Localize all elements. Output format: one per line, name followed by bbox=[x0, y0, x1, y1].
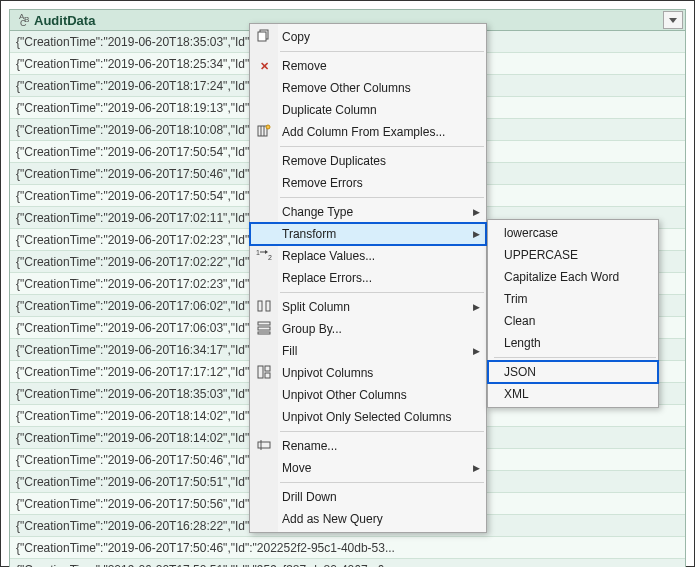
data-row[interactable]: {"CreationTime":"2019-06-20T17:50:46","I… bbox=[10, 537, 685, 559]
column-filter-dropdown[interactable] bbox=[663, 11, 683, 29]
data-row[interactable]: {"CreationTime":"2019-06-20T17:50:51","I… bbox=[10, 559, 685, 567]
menu-group-by[interactable]: Group By... bbox=[250, 318, 486, 340]
menu-label: Transform bbox=[282, 227, 336, 241]
submenu-arrow-icon: ▶ bbox=[473, 346, 480, 356]
menu-label: Rename... bbox=[282, 439, 337, 453]
menu-move[interactable]: Move ▶ bbox=[250, 457, 486, 479]
menu-rename[interactable]: Rename... bbox=[250, 435, 486, 457]
svg-text:1: 1 bbox=[256, 249, 260, 256]
submenu-arrow-icon: ▶ bbox=[473, 463, 480, 473]
submenu-arrow-icon: ▶ bbox=[473, 229, 480, 239]
rename-icon bbox=[254, 438, 274, 454]
menu-label: Replace Errors... bbox=[282, 271, 372, 285]
add-column-icon bbox=[254, 124, 274, 140]
menu-unpivot-selected-columns[interactable]: Unpivot Only Selected Columns bbox=[250, 406, 486, 428]
svg-rect-11 bbox=[266, 301, 270, 311]
submenu-trim[interactable]: Trim bbox=[488, 288, 658, 310]
menu-label: Capitalize Each Word bbox=[504, 270, 619, 284]
remove-icon: ✕ bbox=[254, 60, 274, 73]
menu-replace-errors[interactable]: Replace Errors... bbox=[250, 267, 486, 289]
submenu-xml[interactable]: XML bbox=[488, 383, 658, 405]
menu-label: Split Column bbox=[282, 300, 350, 314]
svg-rect-14 bbox=[258, 332, 270, 334]
menu-add-as-new-query[interactable]: Add as New Query bbox=[250, 508, 486, 530]
menu-label: Group By... bbox=[282, 322, 342, 336]
menu-label: Duplicate Column bbox=[282, 103, 377, 117]
menu-label: Unpivot Other Columns bbox=[282, 388, 407, 402]
menu-label: Trim bbox=[504, 292, 528, 306]
svg-rect-13 bbox=[258, 327, 270, 330]
menu-transform[interactable]: Transform ▶ bbox=[250, 223, 486, 245]
submenu-arrow-icon: ▶ bbox=[473, 302, 480, 312]
menu-label: Length bbox=[504, 336, 541, 350]
context-menu: Copy ✕ Remove Remove Other Columns Dupli… bbox=[249, 23, 487, 533]
menu-label: XML bbox=[504, 387, 529, 401]
svg-rect-2 bbox=[258, 32, 266, 41]
data-type-icon[interactable]: A B C bbox=[10, 10, 32, 30]
transform-submenu: lowercase UPPERCASE Capitalize Each Word… bbox=[487, 219, 659, 408]
unpivot-icon bbox=[254, 365, 274, 381]
menu-label: Add Column From Examples... bbox=[282, 125, 445, 139]
menu-copy[interactable]: Copy bbox=[250, 26, 486, 48]
submenu-capitalize-each-word[interactable]: Capitalize Each Word bbox=[488, 266, 658, 288]
menu-change-type[interactable]: Change Type ▶ bbox=[250, 201, 486, 223]
menu-label: Replace Values... bbox=[282, 249, 375, 263]
submenu-uppercase[interactable]: UPPERCASE bbox=[488, 244, 658, 266]
menu-split-column[interactable]: Split Column ▶ bbox=[250, 296, 486, 318]
svg-text:2: 2 bbox=[268, 254, 272, 261]
menu-unpivot-columns[interactable]: Unpivot Columns bbox=[250, 362, 486, 384]
menu-duplicate-column[interactable]: Duplicate Column bbox=[250, 99, 486, 121]
menu-unpivot-other-columns[interactable]: Unpivot Other Columns bbox=[250, 384, 486, 406]
submenu-clean[interactable]: Clean bbox=[488, 310, 658, 332]
submenu-arrow-icon: ▶ bbox=[473, 207, 480, 217]
submenu-json[interactable]: JSON bbox=[488, 361, 658, 383]
menu-label: UPPERCASE bbox=[504, 248, 578, 262]
menu-drill-down[interactable]: Drill Down bbox=[250, 486, 486, 508]
svg-rect-10 bbox=[258, 301, 262, 311]
menu-label: Add as New Query bbox=[282, 512, 383, 526]
menu-label: lowercase bbox=[504, 226, 558, 240]
svg-rect-17 bbox=[265, 373, 270, 378]
svg-rect-16 bbox=[265, 366, 270, 371]
replace-values-icon: 12 bbox=[254, 248, 274, 264]
menu-label: Unpivot Only Selected Columns bbox=[282, 410, 451, 424]
svg-marker-0 bbox=[669, 18, 677, 23]
menu-label: JSON bbox=[504, 365, 536, 379]
menu-fill[interactable]: Fill ▶ bbox=[250, 340, 486, 362]
submenu-length[interactable]: Length bbox=[488, 332, 658, 354]
menu-remove-duplicates[interactable]: Remove Duplicates bbox=[250, 150, 486, 172]
menu-label: Change Type bbox=[282, 205, 353, 219]
menu-add-column-from-examples[interactable]: Add Column From Examples... bbox=[250, 121, 486, 143]
menu-label: Drill Down bbox=[282, 490, 337, 504]
menu-replace-values[interactable]: 12 Replace Values... bbox=[250, 245, 486, 267]
copy-icon bbox=[254, 29, 274, 45]
menu-label: Remove bbox=[282, 59, 327, 73]
menu-label: Clean bbox=[504, 314, 535, 328]
menu-remove-errors[interactable]: Remove Errors bbox=[250, 172, 486, 194]
svg-point-6 bbox=[266, 125, 270, 129]
menu-label: Remove Duplicates bbox=[282, 154, 386, 168]
menu-label: Fill bbox=[282, 344, 297, 358]
menu-label: Copy bbox=[282, 30, 310, 44]
svg-rect-15 bbox=[258, 366, 263, 378]
menu-label: Unpivot Columns bbox=[282, 366, 373, 380]
menu-label: Remove Errors bbox=[282, 176, 363, 190]
submenu-lowercase[interactable]: lowercase bbox=[488, 222, 658, 244]
split-column-icon bbox=[254, 299, 274, 315]
svg-rect-12 bbox=[258, 322, 270, 325]
menu-remove[interactable]: ✕ Remove bbox=[250, 55, 486, 77]
svg-rect-18 bbox=[258, 442, 270, 448]
group-by-icon bbox=[254, 321, 274, 337]
menu-label: Move bbox=[282, 461, 311, 475]
menu-remove-other-columns[interactable]: Remove Other Columns bbox=[250, 77, 486, 99]
menu-label: Remove Other Columns bbox=[282, 81, 411, 95]
